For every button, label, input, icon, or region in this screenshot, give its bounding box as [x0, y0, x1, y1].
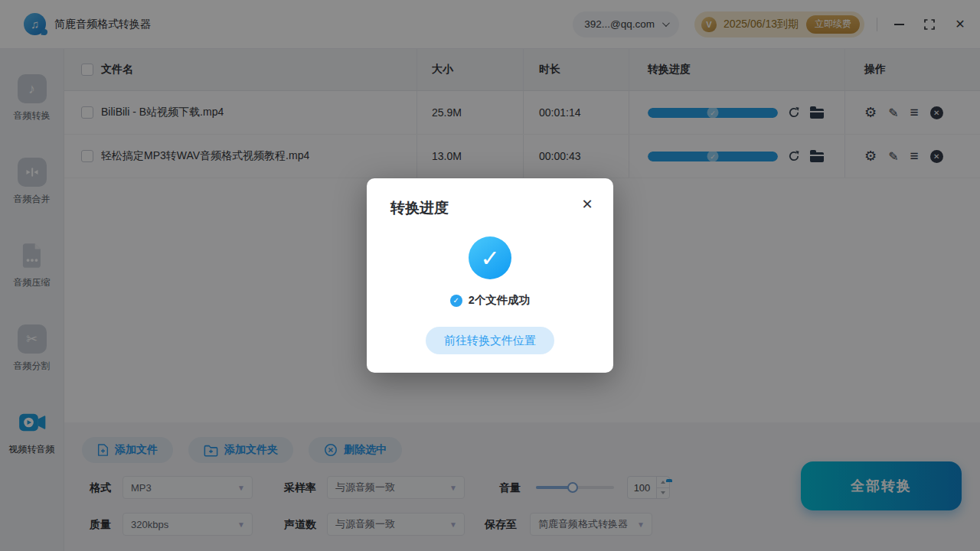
- dialog-title: 转换进度: [390, 198, 449, 218]
- check-badge-icon: ✓: [450, 295, 462, 307]
- conversion-progress-dialog: 转换进度 ✕ ✓ ✓ 2个文件成功 前往转换文件位置: [367, 178, 613, 373]
- open-output-location-button[interactable]: 前往转换文件位置: [426, 327, 554, 354]
- status-row: ✓ 2个文件成功: [367, 293, 613, 308]
- dialog-close-button[interactable]: ✕: [578, 195, 596, 214]
- close-icon: ✕: [581, 196, 593, 213]
- success-check-icon: ✓: [469, 236, 511, 279]
- status-text: 2个文件成功: [469, 293, 531, 308]
- app-window: ♫ 简鹿音频格式转换器 392...@qq.com V 2025/06/13到期…: [0, 0, 980, 551]
